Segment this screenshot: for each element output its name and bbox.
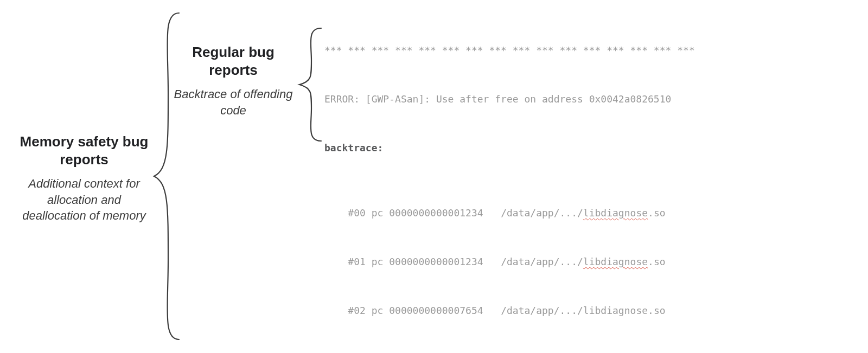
- brace-small: [297, 27, 322, 142]
- log-error-line: ERROR: [GWP-ASan]: Use after free on add…: [324, 91, 771, 107]
- memory-safety-heading: Memory safety bug reports: [16, 133, 152, 168]
- crash-log: *** *** *** *** *** *** *** *** *** *** …: [324, 10, 771, 353]
- backtrace-header: backtrace:: [324, 140, 771, 156]
- backtrace-row: #00 pc 0000000000001234 /data/app/.../li…: [324, 205, 771, 221]
- log-separator: *** *** *** *** *** *** *** *** *** *** …: [324, 42, 771, 59]
- backtrace-row: #01 pc 0000000000001234 /data/app/.../li…: [324, 254, 771, 270]
- backtrace-row: #02 pc 0000000000007654 /data/app/.../li…: [324, 303, 771, 319]
- regular-bug-heading: Regular bug reports: [171, 43, 296, 79]
- memory-safety-sub: Additional context for allocation and de…: [16, 176, 152, 224]
- regular-bug-sub: Backtrace of offending code: [171, 86, 296, 118]
